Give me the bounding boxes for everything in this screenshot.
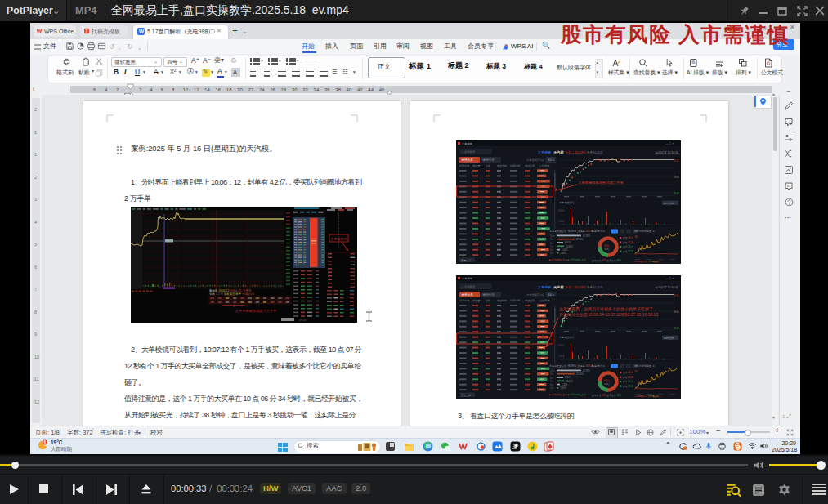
svg-text:13.46%: 13.46% xyxy=(566,380,573,383)
svg-text:9万: 9万 xyxy=(550,372,553,376)
svg-text:大单统计 ⓘ: 大单统计 ⓘ xyxy=(592,230,605,233)
svg-text:成交金额: 成交金额 xyxy=(525,299,535,302)
svg-text:10000: 10000 xyxy=(558,355,565,358)
svg-text:棱镜大单: 棱镜大单 xyxy=(462,158,474,162)
svg-text:换手10.41%: 换手10.41% xyxy=(587,285,603,289)
svg-text:13:30: 13:30 xyxy=(658,393,664,395)
svg-text:大单统计 ⓘ: 大单统计 ⓘ xyxy=(592,364,605,368)
svg-text:天汽模: 天汽模 xyxy=(553,285,564,289)
svg-text:⌕ 全部板块: ⌕ 全部板块 xyxy=(462,285,476,288)
svg-text:5万: 5万 xyxy=(550,252,553,255)
svg-text:时间标志: 时间标志 xyxy=(459,299,470,302)
svg-text:2.63%: 2.63% xyxy=(561,386,567,390)
svg-text:棱镜分单: 棱镜分单 xyxy=(483,292,495,297)
svg-text:6万: 6万 xyxy=(550,383,553,386)
svg-text:49.78%: 49.78% xyxy=(583,369,590,372)
svg-text:进场分时觉察图 ⓘ: 进场分时觉察图 ⓘ xyxy=(634,230,655,233)
svg-text:9.11: 9.11 xyxy=(674,294,679,297)
svg-text:成交均价: 成交均价 xyxy=(497,164,507,167)
svg-text:— □ ×: — □ × xyxy=(665,277,674,280)
svg-text:总成交: 总成交 xyxy=(603,248,611,251)
svg-text:大单棱镜: 大单棱镜 xyxy=(462,277,473,280)
svg-text:开始时间分别是10:06:34-10:07:12和10:07: 开始时间分别是10:06:34-10:07:12和10:07:32-10:08:… xyxy=(559,312,658,318)
svg-text:占比 37.6%: 占比 37.6% xyxy=(623,250,634,253)
svg-text:13:30: 13:30 xyxy=(658,258,664,261)
svg-text:大单棱镜: 大单棱镜 xyxy=(462,142,473,145)
svg-text:8万: 8万 xyxy=(550,242,553,245)
svg-text:大单棱镜: 大单棱镜 xyxy=(538,285,551,289)
svg-text:10000: 10000 xyxy=(558,220,565,223)
svg-text:大单棱镜是能看到这两万手单: 大单棱镜是能看到这两万手单 xyxy=(578,181,624,185)
svg-text:封单先是被按成两个万手单: 封单先是被按成两个万手单 xyxy=(235,309,276,313)
svg-text:回到当前: 回到当前 xyxy=(664,337,674,340)
svg-text:5.50%: 5.50% xyxy=(562,383,568,386)
svg-text:金额: 金额 xyxy=(486,299,491,302)
svg-text:笔数 1.2 万 加权成交 换手 封成比0.6: 笔数 1.2 万 加权成交 换手 封成比0.6 xyxy=(209,292,254,296)
svg-text:大单金额(万元): 大单金额(万元) xyxy=(526,293,544,297)
svg-text:8.90%: 8.90% xyxy=(565,376,571,379)
svg-text:5万: 5万 xyxy=(550,386,553,390)
svg-text:14:30: 14:30 xyxy=(669,393,675,395)
svg-text:成交量: 成交量 xyxy=(472,164,480,167)
svg-text:8.28: 8.28 xyxy=(674,192,679,195)
svg-text:结束时间: 结束时间 xyxy=(510,164,520,167)
svg-text:⌕ 全部板块: ⌕ 全部板块 xyxy=(462,150,476,154)
svg-text:6: 6 xyxy=(44,440,47,444)
svg-text:棱镜设置 15:34:56: 棱镜设置 15:34:56 xyxy=(656,285,678,289)
svg-text:大单被买光: 大单被买光 xyxy=(331,237,347,241)
svg-text:14:30: 14:30 xyxy=(669,258,675,261)
svg-text:棱镜大单: 棱镜大单 xyxy=(462,292,474,297)
svg-text:49.78%: 49.78% xyxy=(583,234,590,238)
svg-text:9.11 +10.03%: 9.11 +10.03% xyxy=(566,285,586,289)
svg-text:8万: 8万 xyxy=(550,377,553,380)
svg-text:09:25: 09:25 xyxy=(299,319,307,322)
svg-text:回到当前: 回到当前 xyxy=(664,202,674,205)
svg-text:成交均价: 成交均价 xyxy=(497,299,507,302)
svg-text:8.90%: 8.90% xyxy=(565,241,571,244)
svg-text:400 ▾: 400 ▾ xyxy=(548,158,554,162)
svg-text:占比 62.4%: 占比 62.4% xyxy=(623,241,634,244)
svg-text:大单金额(万元): 大单金额(万元) xyxy=(526,158,544,162)
svg-text:大单成交量占比: 96.98% (大买单 48% A+: 大单成交量占比: 96.98% (大买单 48% A+ xyxy=(549,230,594,233)
svg-text:10万: 10万 xyxy=(550,234,555,238)
svg-text:棱镜设置 15:34:56: 棱镜设置 15:34:56 xyxy=(656,150,678,154)
svg-text:占比情况: 占比情况 xyxy=(539,299,550,302)
svg-text:35.34%: 35.34% xyxy=(576,238,584,241)
svg-text:— □ ×: — □ × xyxy=(665,142,674,145)
svg-text:13.46%: 13.46% xyxy=(566,245,573,248)
svg-text:结束时间: 结束时间 xyxy=(510,299,520,302)
svg-text:查看更多: 查看更多 xyxy=(461,259,471,262)
svg-text:金额: 金额 xyxy=(486,164,491,167)
svg-text:7万: 7万 xyxy=(550,245,553,248)
svg-text:总成交: 总成交 xyxy=(603,382,611,386)
svg-text:— 分时图线 — 大单净量线: — 分时图线 — 大单净量线 xyxy=(633,395,659,398)
svg-text:天汽模: 天汽模 xyxy=(553,150,564,154)
svg-text:9.11: 9.11 xyxy=(674,159,679,163)
svg-text:大单成交(手): 大单成交(手) xyxy=(559,201,574,204)
svg-text:8.60: 8.60 xyxy=(674,176,679,179)
svg-text:SC: SC xyxy=(635,235,638,239)
svg-text:9万: 9万 xyxy=(550,238,553,241)
svg-text:成交量: 成交量 xyxy=(472,299,480,302)
svg-text:■ 大买单成交占比 ■ 大卖单成交占比: ■ 大买单成交占比 ■ 大卖单成交占比 xyxy=(549,258,586,261)
svg-text:■ 大买单成交占比 ■ 大卖单成交占比: ■ 大买单成交占比 ■ 大卖单成交占比 xyxy=(549,393,586,396)
svg-text:8.28: 8.28 xyxy=(674,327,679,330)
svg-text:主买占比 62% 主卖占比 38%: 主买占比 62% 主卖占比 38% xyxy=(592,259,621,262)
svg-text:大单成交(手): 大单成交(手) xyxy=(559,336,574,339)
svg-text:35.34%: 35.34% xyxy=(576,372,584,376)
svg-text:4.2亿: 4.2亿 xyxy=(604,379,610,382)
svg-text:占比情况: 占比情况 xyxy=(539,164,550,167)
svg-text:换手10.41%: 换手10.41% xyxy=(587,150,603,154)
svg-text:30000: 30000 xyxy=(558,344,565,347)
svg-text:这里能看到，这两万手单被多个比他小的单子吃掉了，: 这里能看到，这两万手单被多个比他小的单子吃掉了， xyxy=(559,306,657,312)
svg-text:5.50%: 5.50% xyxy=(562,248,568,252)
svg-text:占比 37.6%: 占比 37.6% xyxy=(623,385,634,388)
svg-text:时间标志: 时间标志 xyxy=(459,164,470,167)
svg-text:4.2亿: 4.2亿 xyxy=(604,244,610,248)
svg-text:主买占比 62% 主卖占比 38%: 主买占比 62% 主卖占比 38% xyxy=(592,394,621,397)
svg-text:SC: SC xyxy=(635,370,638,373)
svg-text:— 分时图线 — 大单净量线: — 分时图线 — 大单净量线 xyxy=(633,260,659,263)
svg-text:占比 62.4%: 占比 62.4% xyxy=(623,376,634,379)
svg-text:大单棱镜: 大单棱镜 xyxy=(538,150,551,154)
svg-text:6万: 6万 xyxy=(550,248,553,252)
